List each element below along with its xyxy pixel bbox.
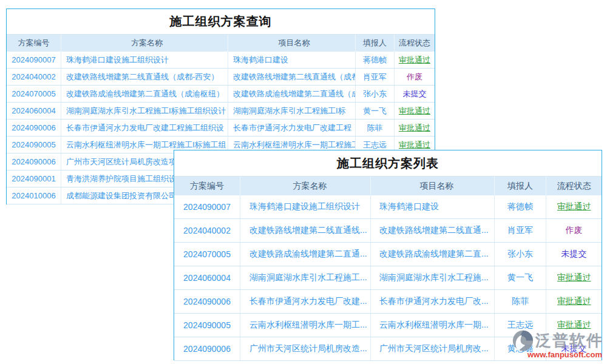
cell-status[interactable]: 未提交 xyxy=(395,86,435,102)
cell-status[interactable]: 作废 xyxy=(395,69,435,85)
cell-name[interactable]: 珠海鹤港口建设施工组织设计 xyxy=(240,195,371,218)
fanpu-logo-icon xyxy=(512,329,534,352)
cell-id[interactable]: 2024090006 xyxy=(7,153,61,170)
column-header-status: 流程状态 xyxy=(546,177,602,195)
cell-name[interactable]: 改建铁路线增建第二线直通线（成都-西安） xyxy=(61,69,228,85)
cell-name[interactable]: 湖南洞庭湖水库引水工程施工... xyxy=(240,266,371,289)
cell-id[interactable]: 2024090007 xyxy=(7,52,61,68)
list-window: 施工组织方案列表 方案编号 方案名称 项目名称 填报人 流程状态 2024090… xyxy=(174,150,602,360)
cell-id[interactable]: 2024090005 xyxy=(174,314,240,337)
cell-status[interactable]: 审批通过 xyxy=(546,195,602,218)
cell-id[interactable]: 2024090007 xyxy=(174,195,240,218)
cell-project[interactable]: 改建铁路成渝线增建第二直通线（成 xyxy=(228,86,356,102)
cell-status[interactable]: 审批通过 xyxy=(546,266,602,289)
cell-name[interactable]: 珠海鹤港口建设施工组织设计 xyxy=(61,52,228,68)
column-header-reporter: 填报人 xyxy=(356,35,395,52)
cell-id[interactable]: 2024090006 xyxy=(174,337,240,360)
cell-reporter[interactable]: 陈菲 xyxy=(495,290,546,313)
table-row[interactable]: 2024060004湖南洞庭湖水库引水工程施工I标施工组织设计湖南洞庭湖水库引水… xyxy=(7,103,435,120)
column-header-plan-id: 方案编号 xyxy=(174,177,240,195)
list-window-titlebar: 施工组织方案列表 xyxy=(174,150,602,177)
cell-reporter[interactable]: 肖亚军 xyxy=(495,219,546,242)
column-header-plan-id: 方案编号 xyxy=(7,35,61,52)
table-row[interactable]: 2024090007珠海鹤港口建设施工组织设计珠海鹤港口建设蒋德帧审批通过 xyxy=(174,195,602,219)
cell-id[interactable]: 2024090006 xyxy=(174,290,240,313)
page-title: 施工组织方案查询 xyxy=(170,13,272,30)
cell-id[interactable]: 2024010006 xyxy=(7,187,61,204)
table-row[interactable]: 2024040002改建铁路线增建第二线直通线（成都-西安）改建铁路线增建第二线… xyxy=(7,69,435,86)
cell-status[interactable]: 审批通过 xyxy=(395,103,435,119)
column-header-plan-name: 方案名称 xyxy=(240,177,371,195)
cell-project[interactable]: 云南水利枢纽潜明水库一期... xyxy=(371,314,495,337)
cell-status[interactable]: 审批通过 xyxy=(395,52,435,68)
cell-id[interactable]: 2024040002 xyxy=(7,69,61,85)
cell-project[interactable]: 珠海鹤港口建设 xyxy=(228,52,356,68)
page-title: 施工组织方案列表 xyxy=(337,155,439,172)
cell-id[interactable]: 2024060004 xyxy=(174,266,240,289)
cell-status[interactable]: 审批通过 xyxy=(546,290,602,313)
cell-project[interactable]: 湖南洞庭湖水库引水工程施工I标 xyxy=(228,103,356,119)
list-table-header: 方案编号 方案名称 项目名称 填报人 流程状态 xyxy=(174,177,602,195)
cell-name[interactable]: 改建铁路成渝线增建第二直通线（成渝枢纽） xyxy=(61,86,228,102)
cell-project[interactable]: 湖南洞庭湖水库引水工程施... xyxy=(371,266,495,289)
column-header-status: 流程状态 xyxy=(395,35,435,52)
cell-name[interactable]: 改建铁路成渝线增建第二直通... xyxy=(240,243,371,266)
column-header-reporter: 填报人 xyxy=(495,177,546,195)
table-row[interactable]: 2024090007珠海鹤港口建设施工组织设计珠海鹤港口建设蒋德帧审批通过 xyxy=(7,52,435,69)
column-header-project: 项目名称 xyxy=(228,35,356,52)
cell-id[interactable]: 2024070005 xyxy=(174,243,240,266)
table-row[interactable]: 2024060004湖南洞庭湖水库引水工程施工...湖南洞庭湖水库引水工程施..… xyxy=(174,266,602,290)
cell-reporter[interactable]: 肖亚军 xyxy=(356,69,395,85)
cell-reporter[interactable]: 张小东 xyxy=(356,86,395,102)
cell-reporter[interactable]: 黄一飞 xyxy=(356,103,395,119)
query-table-header: 方案编号 方案名称 项目名称 填报人 流程状态 xyxy=(7,35,435,52)
watermark: 泛普软件 www.fanpusoft.com xyxy=(512,329,603,359)
cell-project[interactable]: 改建铁路线增建第二线直通... xyxy=(371,219,495,242)
cell-id[interactable]: 2024090006 xyxy=(7,120,61,136)
cell-reporter[interactable]: 黄一飞 xyxy=(495,266,546,289)
cell-reporter[interactable]: 蒋德帧 xyxy=(495,195,546,218)
table-row[interactable]: 2024090006长春市伊通河水力发电厂改建工程施工组织设长春市伊通河水力发电… xyxy=(7,120,435,136)
cell-name[interactable]: 长春市伊通河水力发电厂改建... xyxy=(240,290,371,313)
table-row[interactable]: 2024070005改建铁路成渝线增建第二直通线（成渝枢纽）改建铁路成渝线增建第… xyxy=(7,86,435,103)
cell-project[interactable]: 改建铁路成渝线增建第二直... xyxy=(371,243,495,266)
query-window-titlebar: 施工组织方案查询 xyxy=(7,9,435,35)
watermark-brand: 泛普软件 xyxy=(535,330,603,351)
column-header-project: 项目名称 xyxy=(371,177,495,195)
cell-id[interactable]: 2024060004 xyxy=(7,103,61,119)
cell-name[interactable]: 改建铁路线增建第二线直通线... xyxy=(240,219,371,242)
cell-id[interactable]: 2024090005 xyxy=(7,136,61,153)
table-row[interactable]: 2024090006长春市伊通河水力发电厂改建...长春市伊通河水力发电厂改..… xyxy=(174,290,602,314)
cell-id[interactable]: 2024040002 xyxy=(174,219,240,242)
column-header-plan-name: 方案名称 xyxy=(61,35,228,52)
cell-reporter[interactable]: 张小东 xyxy=(495,243,546,266)
cell-name[interactable]: 云南水利枢纽潜明水库一期工... xyxy=(240,314,371,337)
table-row[interactable]: 2024040002改建铁路线增建第二线直通线...改建铁路线增建第二线直通..… xyxy=(174,219,602,243)
table-row[interactable]: 2024070005改建铁路成渝线增建第二直通...改建铁路成渝线增建第二直..… xyxy=(174,243,602,266)
cell-status[interactable]: 作废 xyxy=(546,219,602,242)
cell-reporter[interactable]: 蒋德帧 xyxy=(356,52,395,68)
cell-status[interactable]: 审批通过 xyxy=(395,120,435,136)
cell-id[interactable]: 2024090001 xyxy=(7,170,61,187)
cell-name[interactable]: 湖南洞庭湖水库引水工程施工I标施工组织设计 xyxy=(61,103,228,119)
cell-status[interactable]: 未提交 xyxy=(546,243,602,266)
cell-name[interactable]: 广州市天河区统计局机房改造... xyxy=(240,337,371,360)
cell-name[interactable]: 长春市伊通河水力发电厂改建工程施工组织设 xyxy=(61,120,228,136)
cell-id[interactable]: 2024070005 xyxy=(7,86,61,102)
cell-project[interactable]: 改建铁路线增建第二线直通线（成都 xyxy=(228,69,356,85)
cell-project[interactable]: 广州市天河区统计局机房改... xyxy=(371,337,495,360)
cell-project[interactable]: 长春市伊通河水力发电厂改建工程 xyxy=(228,120,356,136)
cell-project[interactable]: 珠海鹤港口建设 xyxy=(371,195,495,218)
cell-reporter[interactable]: 陈菲 xyxy=(356,120,395,136)
cell-project[interactable]: 长春市伊通河水力发电厂改... xyxy=(371,290,495,313)
